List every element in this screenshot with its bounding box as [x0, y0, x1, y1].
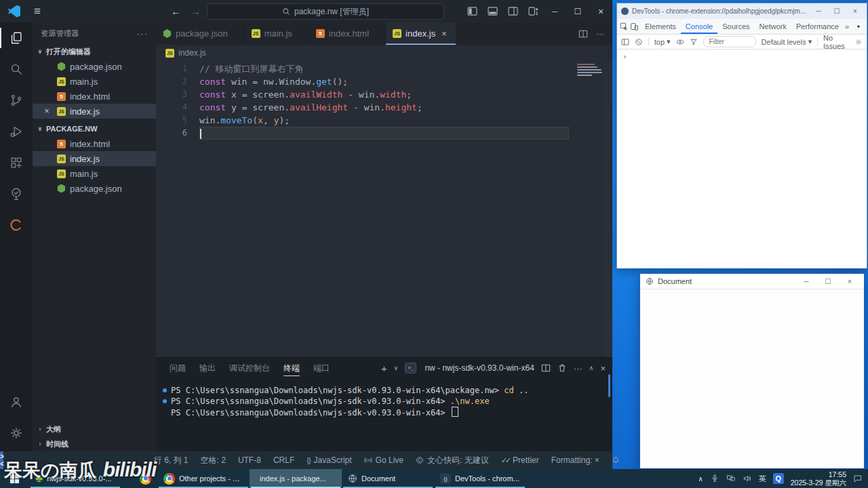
- activity-settings[interactable]: [0, 418, 33, 449]
- devtools-close-button[interactable]: ×: [848, 7, 863, 15]
- customize-layout-icon[interactable]: [523, 0, 543, 22]
- outline-section-header[interactable]: › 大纲: [33, 422, 156, 436]
- close-button[interactable]: ×: [589, 0, 612, 22]
- open-editors-header[interactable]: ∨ 打开的编辑器: [33, 44, 156, 59]
- panel-tab-终端[interactable]: 终端: [277, 358, 307, 378]
- taskbar-chrome-button[interactable]: [134, 469, 157, 488]
- maximize-button[interactable]: ☐: [566, 0, 589, 22]
- status-item-行 6, 列 1[interactable]: 行 6, 列 1: [154, 455, 189, 466]
- file-item-package.json[interactable]: package.json: [33, 181, 156, 196]
- file-item-package.json[interactable]: package.json: [33, 59, 156, 74]
- console-settings-icon[interactable]: [854, 38, 863, 46]
- status-item-文心快码: 无建议[interactable]: 文心快码: 无建议: [416, 455, 489, 466]
- taskbar-clock[interactable]: 17:55 2025-3-29 星期六: [791, 470, 846, 487]
- device-toolbar-icon[interactable]: [630, 21, 639, 32]
- volume-icon[interactable]: [743, 474, 752, 483]
- status-item-Formatting: ×[interactable]: Formatting: ×: [551, 455, 599, 465]
- split-editor-icon[interactable]: [578, 29, 588, 39]
- breadcrumb[interactable]: JS index.js: [156, 45, 612, 61]
- devtools-tab-Performance[interactable]: Performance: [791, 19, 844, 34]
- panel-tab-端口[interactable]: 端口: [307, 358, 336, 378]
- command-center-search[interactable]: package.nw [管理员]: [207, 3, 444, 20]
- tray-chevron-icon[interactable]: ∧: [698, 475, 703, 483]
- taskbar-Document[interactable]: Document: [342, 469, 434, 488]
- split-terminal-icon[interactable]: [541, 363, 551, 373]
- terminal-session-title[interactable]: nw - nwjs-sdk-v0.93.0-win-x64: [425, 363, 534, 373]
- code-line[interactable]: 5win.moveTo(x, y);: [156, 114, 569, 127]
- taskbar-nwjs-sdk-v0.93.0-...[interactable]: ♣nwjs-sdk-v0.93.0-...: [29, 469, 121, 488]
- tab-overflow-icon[interactable]: »: [845, 22, 849, 30]
- minimap[interactable]: [577, 64, 603, 77]
- file-item-index.js[interactable]: JSindex.js: [33, 151, 156, 166]
- status-item-Prettier[interactable]: ✓✓Prettier: [501, 455, 539, 465]
- document-maximize-button[interactable]: ☐: [819, 278, 837, 285]
- devtools-minimize-button[interactable]: ─: [811, 7, 826, 15]
- activity-search[interactable]: [0, 54, 33, 85]
- forward-button[interactable]: →: [191, 5, 201, 17]
- taskbar-index.js - package...[interactable]: index.js - package...: [250, 469, 342, 488]
- console-sidebar-icon[interactable]: [621, 38, 629, 46]
- code-line[interactable]: 2const win = nw.Window.get();: [156, 75, 569, 88]
- devtools-tab-Network[interactable]: Network: [755, 19, 791, 34]
- file-item-index.html[interactable]: 5index.html: [33, 136, 156, 151]
- timeline-section-header[interactable]: › 时间线: [33, 436, 156, 451]
- close-icon[interactable]: ×: [439, 28, 449, 39]
- log-levels-selector[interactable]: Default levels ▾: [762, 37, 812, 46]
- terminal-output[interactable]: PS C:\Users\ssnangua\Downloads\nwjs-sdk-…: [156, 378, 612, 418]
- document-minimize-button[interactable]: ─: [797, 278, 815, 285]
- document-content[interactable]: [640, 289, 864, 468]
- status-item-空格: 2[interactable]: 空格: 2: [201, 455, 226, 466]
- activity-extensions[interactable]: [0, 147, 33, 178]
- status-item-UTF-8[interactable]: UTF-8: [238, 455, 261, 465]
- console-filter-input[interactable]: [703, 36, 756, 47]
- action-center-icon[interactable]: [853, 474, 863, 483]
- status-item-CRLF[interactable]: CRLF: [273, 455, 294, 465]
- editor-scrollbar[interactable]: [604, 61, 612, 358]
- activity-account[interactable]: [0, 386, 33, 418]
- panel-tab-问题[interactable]: 问题: [163, 358, 193, 378]
- command-decoration-icon[interactable]: [163, 388, 167, 392]
- status-item-Go Live[interactable]: Go Live: [364, 455, 403, 465]
- devtools-tab-Sources[interactable]: Sources: [717, 19, 754, 34]
- inspect-element-icon[interactable]: [620, 21, 629, 32]
- close-panel-icon[interactable]: ×: [600, 363, 606, 373]
- input-language-indicator[interactable]: 英: [759, 474, 766, 484]
- explorer-more-icon[interactable]: ···: [137, 28, 148, 39]
- taskbar-edge-button[interactable]: [121, 469, 134, 488]
- status-item-bell[interactable]: [612, 456, 620, 464]
- toggle-sidebar-icon[interactable]: [462, 0, 482, 22]
- devtools-maximize-button[interactable]: ☐: [829, 7, 844, 15]
- file-item-index.html[interactable]: 5index.html: [33, 89, 156, 104]
- file-item-main.js[interactable]: JSmain.js: [33, 166, 156, 181]
- code-line[interactable]: 3const x = screen.availWidth - win.width…: [156, 88, 569, 101]
- clear-console-icon[interactable]: [635, 38, 643, 46]
- code-line[interactable]: 6: [156, 127, 569, 140]
- display-icon[interactable]: [726, 474, 736, 483]
- taskbar-start-button[interactable]: [0, 469, 29, 488]
- taskbar-Other projects - G...[interactable]: Other projects - G...: [157, 469, 250, 488]
- new-terminal-icon[interactable]: +: [381, 363, 387, 374]
- activity-run-debug[interactable]: [0, 116, 33, 147]
- ime-icon[interactable]: Q: [773, 473, 784, 484]
- toggle-secondary-sidebar-icon[interactable]: [502, 0, 523, 22]
- devtools-tab-Elements[interactable]: Elements: [640, 19, 681, 34]
- tab-index.html[interactable]: 5index.html: [309, 22, 386, 45]
- toggle-panel-icon[interactable]: [482, 0, 502, 22]
- panel-tab-输出[interactable]: 输出: [193, 358, 222, 378]
- microphone-icon[interactable]: [710, 474, 719, 483]
- devtools-tab-Console[interactable]: Console: [681, 19, 717, 34]
- panel-tab-调试控制台[interactable]: 调试控制台: [222, 358, 277, 378]
- terminal-dropdown-icon[interactable]: ∨: [394, 365, 399, 371]
- close-icon[interactable]: ×: [42, 106, 52, 116]
- code-line[interactable]: 4const y = screen.availHeight - win.heig…: [156, 101, 569, 114]
- maximize-panel-icon[interactable]: ∧: [589, 365, 594, 371]
- console-prompt[interactable]: ›: [623, 52, 627, 61]
- file-item-index.js[interactable]: ×JSindex.js: [33, 104, 156, 119]
- context-selector[interactable]: top ▾: [654, 37, 671, 46]
- live-expression-icon[interactable]: [676, 38, 684, 46]
- tab-package.json[interactable]: package.json: [156, 22, 245, 45]
- panel-more-icon[interactable]: ···: [574, 363, 583, 373]
- activity-comate-c[interactable]: [0, 209, 33, 241]
- project-section-header[interactable]: ∨ PACKAGE.NW: [33, 121, 156, 136]
- tab-main.js[interactable]: JSmain.js: [245, 22, 309, 45]
